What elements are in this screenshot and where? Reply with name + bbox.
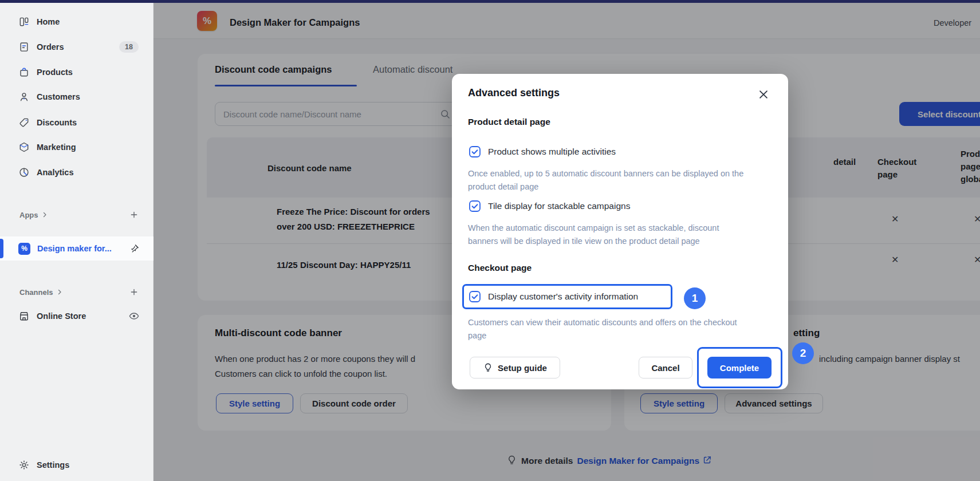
option-label: Product shows multiple activities: [488, 147, 616, 157]
marketing-icon: [18, 141, 30, 153]
sidebar-item-online-store[interactable]: Online Store: [0, 305, 154, 328]
sidebar-item-label: Analytics: [37, 168, 73, 177]
customers-icon: [18, 91, 30, 102]
sidebar-item-label: Online Store: [37, 312, 86, 321]
sidebar-item-home[interactable]: Home: [0, 10, 154, 33]
add-channel-button[interactable]: [129, 287, 139, 297]
advanced-settings-modal: Advanced settings Product detail page Pr…: [452, 74, 788, 389]
sidebar-item-analytics[interactable]: Analytics: [0, 161, 154, 184]
option-description: Customers can view their automatic disco…: [468, 316, 750, 342]
sidebar: Home Orders 18 Products Customers Discou…: [0, 3, 154, 481]
chevron-right-icon: [56, 289, 63, 295]
option-description: Once enabled, up to 5 automatic discount…: [468, 167, 750, 194]
option-description: When the automatic discount campaign is …: [468, 222, 750, 248]
checkbox-checked-icon[interactable]: [469, 200, 481, 212]
active-item-indicator: [0, 239, 3, 258]
sidebar-item-label: Products: [37, 68, 73, 77]
preview-eye-icon[interactable]: [128, 310, 140, 322]
complete-button[interactable]: Complete: [707, 357, 772, 379]
close-icon[interactable]: [757, 88, 770, 101]
discounts-icon: [18, 117, 30, 128]
sidebar-item-label: Home: [37, 17, 60, 26]
modal-title: Advanced settings: [468, 87, 560, 99]
setup-guide-label: Setup guide: [498, 363, 547, 373]
screen: Home Orders 18 Products Customers Discou…: [0, 0, 980, 481]
option-tile-display-stackable[interactable]: Tile display for stackable campaigns: [469, 200, 630, 212]
sidebar-item-label: Marketing: [37, 143, 76, 152]
orders-icon: [18, 41, 30, 53]
main-content: % Design Maker for Campaigns Developer D…: [154, 0, 980, 481]
sidebar-item-products[interactable]: Products: [0, 61, 154, 84]
gear-icon: [18, 459, 30, 471]
sidebar-item-label: Discounts: [37, 118, 77, 127]
home-icon: [18, 16, 30, 27]
sidebar-item-orders[interactable]: Orders 18: [0, 36, 154, 58]
option-label: Tile display for stackable campaigns: [488, 201, 630, 211]
cancel-button[interactable]: Cancel: [639, 357, 692, 379]
apps-section-label: Apps: [19, 211, 38, 219]
orders-count-badge: 18: [119, 41, 139, 53]
sidebar-item-label: Customers: [37, 92, 80, 101]
annotation-step-1-badge: 1: [684, 287, 706, 309]
sidebar-item-label: Orders: [37, 42, 64, 52]
pin-icon[interactable]: [129, 243, 140, 254]
online-store-icon: [18, 310, 30, 322]
sidebar-section-channels[interactable]: Channels: [0, 283, 154, 301]
option-product-shows-multiple-activities[interactable]: Product shows multiple activities: [469, 146, 616, 157]
top-navigation-bar: [0, 0, 980, 3]
option-display-customer-activity[interactable]: Display customer's activity information: [469, 291, 638, 302]
channels-section-label: Channels: [19, 288, 53, 297]
checkbox-checked-icon[interactable]: [469, 291, 481, 302]
analytics-icon: [18, 167, 30, 178]
chevron-right-icon: [41, 211, 48, 218]
section-checkout-page: Checkout page: [468, 263, 532, 273]
sidebar-section-apps[interactable]: Apps: [0, 206, 154, 224]
sidebar-item-discounts[interactable]: Discounts: [0, 111, 154, 134]
sidebar-item-marketing[interactable]: Marketing: [0, 136, 154, 159]
products-icon: [18, 66, 30, 78]
option-label: Display customer's activity information: [488, 291, 638, 302]
section-product-detail-page: Product detail page: [468, 117, 550, 127]
annotation-step-2-badge: 2: [792, 342, 814, 364]
setup-guide-button[interactable]: Setup guide: [470, 357, 560, 379]
sidebar-item-label: Design maker for...: [37, 244, 112, 253]
sidebar-item-settings[interactable]: Settings: [0, 454, 154, 476]
checkbox-checked-icon[interactable]: [469, 146, 481, 157]
lightbulb-icon: [483, 362, 493, 373]
sidebar-item-customers[interactable]: Customers: [0, 85, 154, 108]
sidebar-item-design-maker[interactable]: % Design maker for...: [0, 236, 154, 261]
add-app-button[interactable]: [129, 210, 139, 219]
design-maker-app-icon: %: [18, 243, 30, 255]
sidebar-item-label: Settings: [37, 460, 69, 470]
